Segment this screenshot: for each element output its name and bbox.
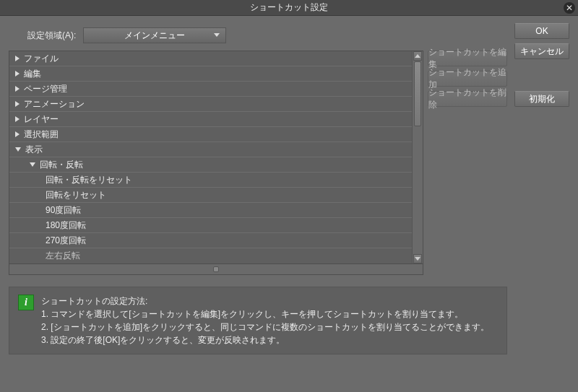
- delete-shortcut-button[interactable]: ショートカットを削除: [428, 91, 507, 107]
- area-label: 設定領域(A):: [27, 30, 76, 42]
- tree-item-view[interactable]: 表示: [9, 142, 412, 157]
- ok-button[interactable]: OK: [514, 23, 569, 39]
- tree-item-selection[interactable]: 選択範囲: [9, 127, 412, 142]
- info-line-1: 1. コマンドを選択して[ショートカットを編集]をクリックし、キーを押してショー…: [41, 308, 489, 321]
- area-dropdown-value: メインメニュー: [124, 30, 185, 42]
- titlebar: ショートカット設定 ✕: [0, 0, 578, 16]
- close-icon[interactable]: ✕: [564, 2, 575, 14]
- triangle-down-icon: [15, 147, 21, 152]
- right-panel: OK キャンセル 初期化: [514, 23, 569, 383]
- triangle-right-icon: [15, 71, 20, 77]
- tree-item-edit[interactable]: 編集: [9, 66, 412, 82]
- scroll-thumb[interactable]: [414, 61, 421, 126]
- dialog-title: ショートカット設定: [250, 1, 328, 14]
- info-icon: i: [18, 295, 34, 310]
- add-shortcut-button[interactable]: ショートカットを追加: [428, 71, 507, 87]
- tree-item-rotate-90[interactable]: 90度回転: [9, 203, 412, 218]
- scroll-up-button[interactable]: [413, 51, 422, 61]
- info-heading: ショートカットの設定方法:: [41, 295, 489, 308]
- shortcut-settings-dialog: ショートカット設定 ✕ 設定領域(A): メインメニュー ファイル 編集 ページ…: [0, 0, 578, 392]
- middle-area: ファイル 編集 ページ管理 アニメーション レイヤー 選択範囲 表示 回転・反転…: [9, 51, 507, 275]
- tree-item-reset-rotate[interactable]: 回転をリセット: [9, 188, 412, 203]
- dialog-body: 設定領域(A): メインメニュー ファイル 編集 ページ管理 アニメーション レ…: [0, 16, 578, 392]
- tree-item-animation[interactable]: アニメーション: [9, 97, 412, 112]
- info-text: ショートカットの設定方法: 1. コマンドを選択して[ショートカットを編集]をク…: [41, 295, 489, 347]
- info-panel: i ショートカットの設定方法: 1. コマンドを選択して[ショートカットを編集]…: [9, 287, 507, 354]
- tree-item-layer[interactable]: レイヤー: [9, 112, 412, 127]
- triangle-right-icon: [15, 56, 20, 61]
- arrow-up-icon: [415, 54, 420, 58]
- chevron-down-icon: [214, 33, 220, 37]
- area-dropdown[interactable]: メインメニュー: [83, 27, 226, 43]
- edit-shortcut-button[interactable]: ショートカットを編集: [428, 51, 507, 66]
- info-line-3: 3. 設定の終了後[OK]をクリックすると、変更が反映されます。: [41, 334, 489, 347]
- triangle-right-icon: [15, 131, 20, 137]
- tree-item-rotate-flip[interactable]: 回転・反転: [9, 157, 412, 173]
- tree-item-flip-h[interactable]: 左右反転: [9, 248, 412, 263]
- triangle-right-icon: [15, 101, 20, 107]
- tree-item-rotate-270[interactable]: 270度回転: [9, 233, 412, 248]
- hscroll-thumb[interactable]: [213, 266, 219, 272]
- triangle-down-icon: [30, 162, 35, 167]
- tree-item-rotate-180[interactable]: 180度回転: [9, 218, 412, 233]
- triangle-right-icon: [15, 86, 20, 92]
- tree-item-reset-rotate-flip[interactable]: 回転・反転をリセット: [9, 173, 412, 188]
- horizontal-scrollbar[interactable]: [9, 264, 423, 275]
- command-tree: ファイル 編集 ページ管理 アニメーション レイヤー 選択範囲 表示 回転・反転…: [9, 51, 423, 264]
- info-line-2: 2. [ショートカットを追加]をクリックすると、同じコマンドに複数のショートカッ…: [41, 321, 489, 334]
- tree-item-page[interactable]: ページ管理: [9, 82, 412, 97]
- tree-item-file[interactable]: ファイル: [9, 51, 412, 66]
- cancel-button[interactable]: キャンセル: [514, 43, 569, 59]
- vertical-scrollbar[interactable]: [412, 51, 423, 263]
- arrow-down-icon: [415, 257, 420, 261]
- initialize-button[interactable]: 初期化: [514, 91, 569, 107]
- left-panel: 設定領域(A): メインメニュー ファイル 編集 ページ管理 アニメーション レ…: [9, 23, 507, 383]
- area-row: 設定領域(A): メインメニュー: [9, 23, 507, 45]
- spacer: [514, 64, 569, 87]
- command-tree-list[interactable]: ファイル 編集 ページ管理 アニメーション レイヤー 選択範囲 表示 回転・反転…: [9, 51, 412, 263]
- shortcut-action-buttons: ショートカットを編集 ショートカットを追加 ショートカットを削除: [428, 51, 507, 275]
- triangle-right-icon: [15, 116, 20, 122]
- scroll-down-button[interactable]: [413, 254, 422, 263]
